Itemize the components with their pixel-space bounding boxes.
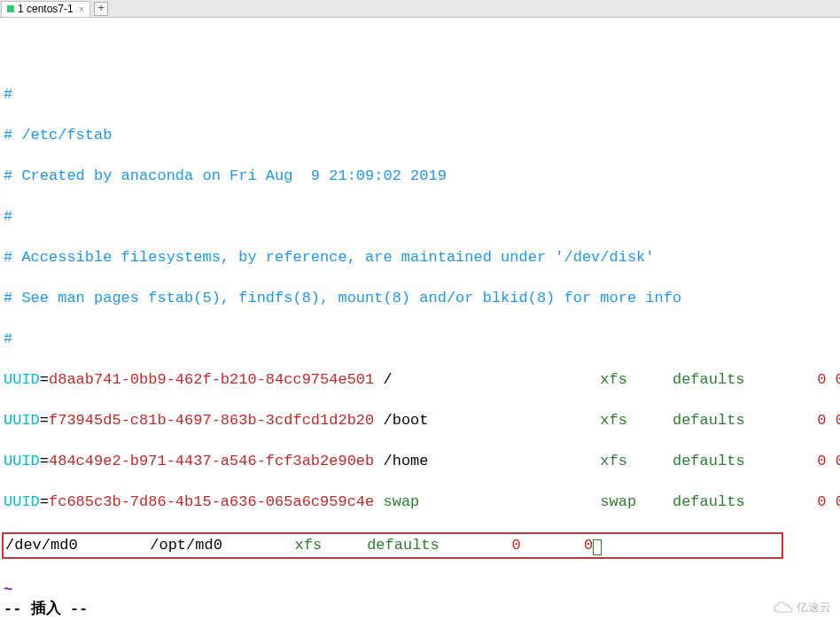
dump-value: 0	[817, 493, 826, 510]
close-icon[interactable]: ×	[79, 4, 84, 14]
pass-value: 0	[836, 371, 840, 388]
dump-value: 0	[817, 453, 826, 469]
equals-sign: =	[40, 412, 49, 429]
mount-point: /	[374, 371, 600, 388]
vim-status-line: -- 插入 --	[4, 598, 88, 618]
watermark: 亿速云	[774, 600, 831, 616]
comment-line: # Accessible filesystems, by reference, …	[4, 247, 836, 267]
comment-line: # See man pages fstab(5), findfs(8), mou…	[4, 288, 836, 308]
cloud-icon	[774, 601, 793, 614]
uuid-label: UUID	[4, 453, 40, 469]
fs-type: swap	[600, 493, 636, 510]
watermark-text: 亿速云	[797, 600, 831, 616]
mount-point: /boot	[374, 412, 600, 429]
fs-type: xfs	[295, 537, 323, 554]
fs-options: defaults	[673, 493, 745, 510]
vim-tilde: ~	[4, 579, 836, 600]
mount-point: /opt/md0	[150, 537, 222, 554]
pass-value: 0	[836, 412, 840, 429]
comment-line: # Created by anaconda on Fri Aug 9 21:09…	[4, 166, 836, 186]
highlighted-fstab-entry: /dev/md0 /opt/md0 xfs defaults 0 0	[2, 532, 783, 559]
uuid-value: 484c49e2-b971-4437-a546-fcf3ab2e90eb	[49, 453, 374, 469]
fstab-entry: UUID=484c49e2-b971-4437-a546-fcf3ab2e90e…	[4, 451, 836, 471]
blank-line	[4, 45, 12, 62]
fs-type: xfs	[600, 453, 627, 469]
tab-label: 1 centos7-1	[18, 3, 74, 15]
fstab-entry: UUID=f73945d5-c81b-4697-863b-3cdfcd1d2b2…	[4, 410, 836, 430]
fs-options: defaults	[673, 412, 745, 429]
equals-sign: =	[40, 371, 49, 388]
fs-options: defaults	[673, 453, 745, 469]
comment-line: #	[4, 206, 836, 227]
uuid-value: f73945d5-c81b-4697-863b-3cdfcd1d2b20	[49, 412, 374, 429]
add-tab-button[interactable]: +	[94, 2, 108, 16]
uuid-value: fc685c3b-7d86-4b15-a636-065a6c959c4e	[49, 493, 374, 510]
fs-type: xfs	[600, 412, 627, 429]
equals-sign: =	[40, 453, 49, 469]
uuid-label: UUID	[4, 493, 40, 510]
comment-line: # /etc/fstab	[4, 125, 836, 145]
uuid-label: UUID	[4, 371, 40, 388]
uuid-label: UUID	[4, 412, 40, 429]
pass-value: 0	[584, 537, 593, 554]
tab-bar: 1 centos7-1 × +	[0, 0, 840, 18]
uuid-value: d8aab741-0bb9-462f-b210-84cc9754e501	[49, 371, 374, 388]
fs-options: defaults	[367, 537, 439, 554]
fstab-entry: UUID=fc685c3b-7d86-4b15-a636-065a6c959c4…	[4, 492, 836, 512]
fstab-entry: UUID=d8aab741-0bb9-462f-b210-84cc9754e50…	[4, 369, 836, 390]
mount-point: /home	[374, 453, 600, 469]
mount-point: swap	[374, 493, 600, 510]
dump-value: 0	[511, 537, 520, 554]
pass-value: 0	[836, 493, 840, 510]
dump-value: 0	[817, 412, 826, 429]
tab-centos7-1[interactable]: 1 centos7-1 ×	[1, 1, 90, 17]
device-path: /dev/md0	[5, 537, 78, 554]
terminal-editor[interactable]: # # /etc/fstab # Created by anaconda on …	[0, 18, 840, 620]
dump-value: 0	[817, 371, 826, 388]
fs-type: xfs	[600, 371, 627, 388]
connection-indicator-icon	[7, 5, 14, 12]
cursor-icon	[593, 539, 602, 555]
pass-value: 0	[836, 453, 840, 469]
comment-line: #	[4, 329, 836, 349]
fs-options: defaults	[673, 371, 745, 388]
comment-line: #	[4, 84, 836, 105]
equals-sign: =	[40, 493, 49, 510]
